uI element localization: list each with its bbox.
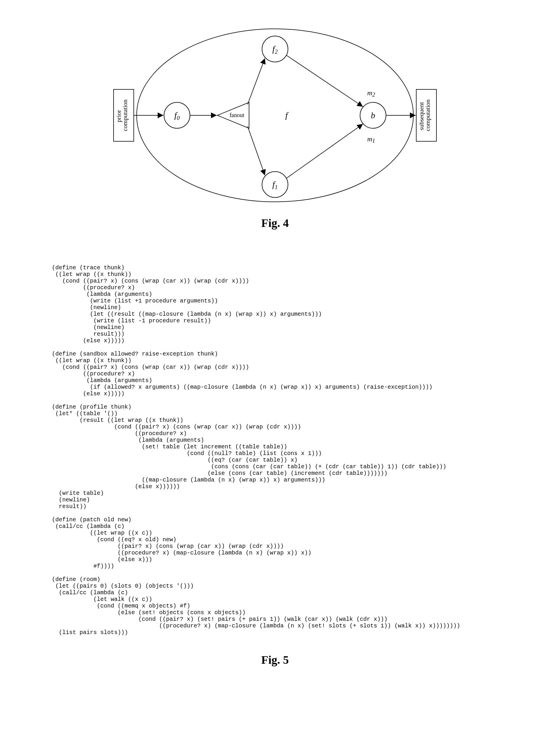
node-f2: f2 <box>262 36 288 62</box>
figure-5-caption: Fig. 5 <box>52 653 498 667</box>
label-m1: m1 <box>367 135 375 144</box>
figure-4-diagram: prior computation subsequent computation… <box>102 23 448 208</box>
label-m2: m2 <box>367 89 375 98</box>
svg-text:prior
        computation: prior computation <box>115 99 129 131</box>
figure-5: (define (trace thunk) ((let wrap ((x thu… <box>52 264 498 667</box>
node-f0: f0 <box>164 102 190 128</box>
prior-computation-box: prior computation <box>114 89 134 141</box>
svg-text:fanout: fanout <box>229 112 244 118</box>
edge-fanout-f1 <box>248 126 265 175</box>
edge-f1-b <box>287 124 363 178</box>
node-f1: f1 <box>262 172 288 198</box>
figure-5-code: (define (trace thunk) ((let wrap ((x thu… <box>52 264 498 636</box>
node-b: b <box>360 102 386 128</box>
figure-4-caption: Fig. 4 <box>261 216 289 230</box>
node-fanout: fanout <box>217 102 249 128</box>
figure-4: prior computation subsequent computation… <box>52 23 498 230</box>
svg-text:subsequent
        computation: subsequent computation <box>418 99 431 131</box>
edge-fanout-f2 <box>248 58 265 104</box>
svg-text:b: b <box>371 110 375 120</box>
subsequent-computation-box: subsequent computation <box>416 89 436 141</box>
label-f: f <box>285 110 289 120</box>
edge-f2-b <box>287 55 363 107</box>
